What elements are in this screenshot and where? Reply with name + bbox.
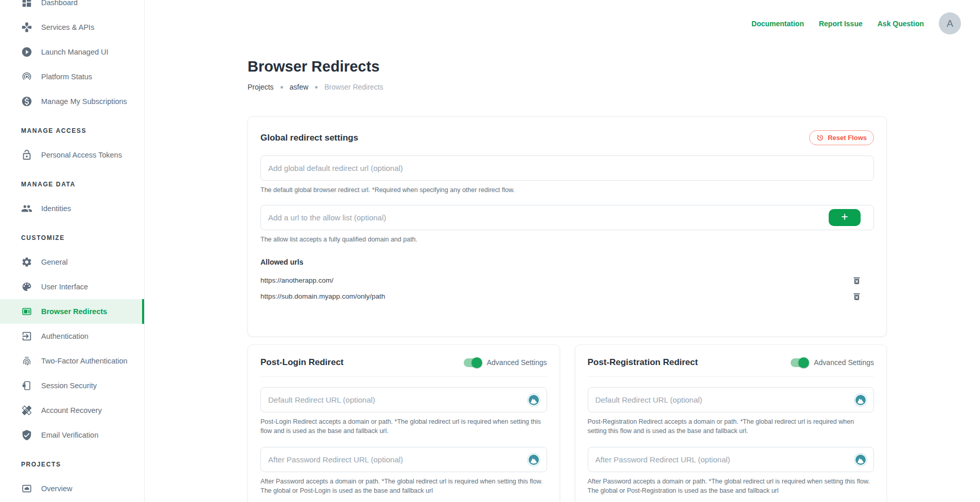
sidebar-item-label: Session Security [41,382,97,390]
post-registration-header: Post-Registration Redirect Advanced Sett… [588,357,874,368]
sidebar-item-label: Services & APIs [41,23,94,31]
sidebar-item-overview[interactable]: Overview [0,476,144,501]
sidebar-item-manage-subscriptions[interactable]: Manage My Subscriptions [0,89,144,114]
allowed-url-text: https://anotherapp.com/ [260,276,334,284]
post-login-default-url-field [260,387,547,412]
advanced-settings-toggle[interactable] [464,358,481,367]
header-actions: Documentation Report Issue Ask Question … [751,12,961,34]
breadcrumb: Projects asfew Browser Redirects [248,83,887,91]
dollar-circle-icon [21,96,32,107]
sidebar-item-label: Authentication [41,332,89,340]
allow-list-input[interactable] [260,205,874,230]
report-issue-link[interactable]: Report Issue [819,20,863,28]
advanced-settings-toggle[interactable] [791,358,808,367]
sidebar-item-two-factor-authentication[interactable]: Two-Factor Authentication [0,349,144,373]
breadcrumb-separator [315,86,318,89]
toggle-knob [798,357,809,368]
sidebar-item-authentication[interactable]: Authentication [0,324,144,349]
allow-list-field: + [260,205,874,230]
page-title: Browser Redirects [248,58,887,75]
redirect-app-logo-icon [854,393,867,407]
post-login-advanced-settings: Advanced Settings [464,358,547,367]
sidebar-item-services-apis[interactable]: Services & APIs [0,15,144,40]
main-content: Documentation Report Issue Ask Question … [145,0,980,502]
delete-url-button[interactable] [852,275,862,286]
add-allow-url-button[interactable]: + [829,209,861,226]
sidebar-item-browser-redirects[interactable]: Browser Redirects [0,299,144,324]
sidebar-section-manage-access: MANAGE ACCESS [0,119,144,143]
sidebar-item-label: Overview [41,484,72,493]
sidebar-item-account-recovery[interactable]: Account Recovery [0,398,144,423]
play-circle-icon [21,46,32,58]
sidebar-item-launch-managed-ui[interactable]: Launch Managed UI [0,40,144,64]
page-content: Browser Redirects Projects asfew Browser… [145,0,887,502]
allowed-url-row: https://sub.domain.myapp.com/only/path [260,288,874,304]
advanced-settings-label: Advanced Settings [814,358,874,367]
post-registration-default-url-input[interactable] [588,387,874,412]
divider [588,376,874,377]
sidebar-section-manage-data: MANAGE DATA [0,172,144,196]
post-login-after-password-help: After Password accepts a domain or path.… [260,477,547,495]
sidebar-nav: Dashboard Services & APIs Launch Managed… [0,0,144,501]
shield-check-icon [21,429,32,441]
sidebar-item-label: Manage My Subscriptions [41,97,127,106]
global-default-url-input[interactable] [260,155,874,181]
post-registration-after-password-input[interactable] [588,447,874,472]
post-registration-default-url-field [588,387,874,412]
sidebar-item-dashboard[interactable]: Dashboard [0,0,144,15]
post-login-default-url-help: Post-Login Redirect accepts a domain or … [260,417,547,436]
people-icon [21,203,32,214]
post-registration-after-password-help: After Password accepts a domain or path.… [588,477,874,495]
sidebar-item-email-verification[interactable]: Email Verification [0,423,144,447]
sidebar-item-general[interactable]: General [0,250,144,274]
delete-url-button[interactable] [852,291,862,302]
reset-flows-button[interactable]: Reset Flows [809,130,874,145]
post-login-after-password-input[interactable] [260,447,547,472]
post-login-redirect-card: Post-Login Redirect Advanced Settings [248,344,560,502]
phone-lock-icon [21,380,32,391]
allowed-url-text: https://sub.domain.myapp.com/only/path [260,292,385,300]
gear-icon [21,256,32,268]
allowed-url-row: https://anotherapp.com/ [260,272,874,288]
toggle-knob [471,357,482,368]
sidebar-item-label: Identities [41,204,71,213]
allowed-urls-title: Allowed urls [260,258,874,266]
global-default-url-help: The default global browser redirect url.… [260,185,874,195]
global-redirect-settings-card: Global redirect settings Reset Flows The… [248,116,887,337]
post-login-header: Post-Login Redirect Advanced Settings [260,357,547,368]
fingerprint-icon [21,355,32,367]
breadcrumb-separator [281,86,283,89]
lock-open-icon [21,149,32,161]
global-card-title: Global redirect settings [260,133,358,143]
sidebar-item-user-interface[interactable]: User Interface [0,274,144,299]
sidebar-item-label: Launch Managed UI [41,48,109,56]
redirect-app-logo-icon [527,393,540,407]
flow-cards-row: Post-Login Redirect Advanced Settings [248,344,887,502]
sidebar-item-session-security[interactable]: Session Security [0,373,144,398]
sidebar-item-label: Two-Factor Authentication [41,357,128,365]
sidebar-item-identities[interactable]: Identities [0,196,144,221]
dashboard-icon [21,0,32,8]
bandage-icon [21,405,32,416]
sidebar-item-label: Account Recovery [41,406,102,414]
post-registration-default-url-help: Post-Registration Redirect accepts a dom… [588,417,874,436]
ask-question-link[interactable]: Ask Question [878,20,924,28]
global-card-header: Global redirect settings Reset Flows [260,130,874,145]
reset-flows-label: Reset Flows [828,134,867,142]
documentation-link[interactable]: Documentation [751,20,804,28]
app-window: Dashboard Services & APIs Launch Managed… [0,0,980,502]
sidebar-item-label: Platform Status [41,73,92,81]
trash-icon [852,275,862,286]
cloud-box-icon [21,483,32,494]
sidebar-item-platform-status[interactable]: Platform Status [0,64,144,89]
services-apis-icon [21,22,32,33]
reset-history-icon [816,134,824,142]
breadcrumb-project-name[interactable]: asfew [290,83,309,91]
sidebar-item-personal-access-tokens[interactable]: Personal Access Tokens [0,143,144,167]
sidebar-section-customize: CUSTOMIZE [0,226,144,250]
avatar[interactable]: A [939,12,961,34]
breadcrumb-current: Browser Redirects [324,83,383,91]
breadcrumb-projects[interactable]: Projects [248,83,274,91]
plus-icon: + [841,211,848,223]
post-login-default-url-input[interactable] [260,387,547,412]
